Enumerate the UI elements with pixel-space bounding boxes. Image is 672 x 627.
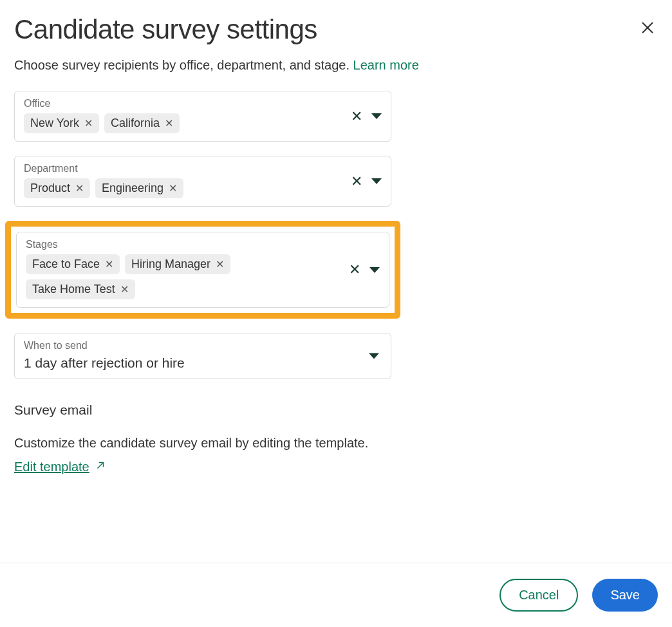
office-field[interactable]: Office New York ✕ California ✕ ✕ [14,91,391,142]
chip-label: New York [30,117,79,130]
clear-field-icon[interactable]: ✕ [349,261,360,278]
department-field[interactable]: Department Product ✕ Engineering ✕ ✕ [14,156,391,207]
stages-label: Stages [26,239,380,250]
subtitle-text: Choose survey recipients by office, depa… [14,58,353,72]
stages-chip: Hiring Manager ✕ [125,254,230,274]
remove-chip-icon[interactable]: ✕ [216,258,224,270]
chip-label: Engineering [102,182,163,195]
external-link-icon [95,460,106,474]
remove-chip-icon[interactable]: ✕ [120,283,129,295]
learn-more-link[interactable]: Learn more [353,58,419,72]
when-to-send-field[interactable]: When to send 1 day after rejection or hi… [14,333,391,379]
chevron-down-icon[interactable] [371,113,382,119]
footer: Cancel Save [0,563,672,627]
office-chip: New York ✕ [24,113,99,133]
office-label: Office [24,98,382,109]
chip-label: Product [30,182,70,195]
chevron-down-icon[interactable] [369,267,380,273]
chevron-down-icon[interactable] [371,178,382,184]
department-label: Department [24,163,382,174]
save-button[interactable]: Save [592,579,658,612]
remove-chip-icon[interactable]: ✕ [105,258,113,270]
stages-chip: Take Home Test ✕ [26,279,135,299]
cancel-button[interactable]: Cancel [499,579,578,612]
svg-line-2 [97,463,103,469]
remove-chip-icon[interactable]: ✕ [84,117,93,129]
when-to-send-value: 1 day after rejection or hire [24,355,382,371]
clear-field-icon[interactable]: ✕ [351,108,362,125]
remove-chip-icon[interactable]: ✕ [169,182,177,194]
department-chip: Product ✕ [24,178,90,198]
page-subtitle: Choose survey recipients by office, depa… [14,58,658,73]
remove-chip-icon[interactable]: ✕ [75,182,84,194]
chevron-down-icon[interactable] [369,353,379,359]
edit-template-label: Edit template [14,460,89,474]
close-icon[interactable] [637,17,658,42]
chip-label: Hiring Manager [131,257,210,271]
stages-chip: Face to Face ✕ [26,254,120,274]
department-chip: Engineering ✕ [95,178,183,198]
survey-email-heading: Survey email [14,402,658,418]
remove-chip-icon[interactable]: ✕ [165,117,173,129]
edit-template-link[interactable]: Edit template [14,460,106,474]
page-title: Candidate survey settings [14,14,317,45]
clear-field-icon[interactable]: ✕ [351,173,362,190]
survey-email-description: Customize the candidate survey email by … [14,436,658,451]
office-chip: California ✕ [104,113,180,133]
chip-label: Face to Face [32,257,100,271]
stages-field[interactable]: Stages Face to Face ✕ Hiring Manager ✕ T… [16,232,389,308]
stages-highlight: Stages Face to Face ✕ Hiring Manager ✕ T… [5,221,400,319]
when-to-send-label: When to send [24,340,382,351]
chip-label: California [111,117,160,130]
chip-label: Take Home Test [32,283,115,296]
